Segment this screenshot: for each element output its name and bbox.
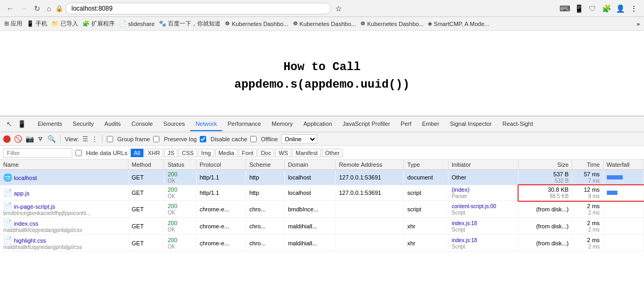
phone-icon[interactable]: 📱 bbox=[573, 3, 584, 14]
clear-icon[interactable]: 🚫 bbox=[14, 135, 22, 143]
offline-checkbox[interactable] bbox=[250, 136, 257, 142]
page-code-text: How to Call appdemo.s(appdemo.uuid()) bbox=[234, 58, 410, 93]
tab-network[interactable]: Network bbox=[190, 117, 222, 131]
user-icon[interactable]: 👤 bbox=[614, 3, 626, 14]
cell-initiator: (index)Parser bbox=[448, 185, 518, 201]
bookmark-baidu[interactable]: 🐾 百度一下，你就知道 bbox=[159, 20, 221, 28]
cell-time: 57 ms7 ms bbox=[572, 170, 604, 185]
hide-data-urls-checkbox[interactable] bbox=[75, 150, 82, 156]
tab-application[interactable]: Application bbox=[298, 117, 337, 131]
cell-status: 200OK bbox=[164, 235, 196, 252]
th-time[interactable]: Time bbox=[572, 160, 604, 170]
filter-all[interactable]: All bbox=[131, 149, 143, 157]
search-icon[interactable]: 🔍 bbox=[47, 135, 56, 143]
filter-manifest[interactable]: Manifest bbox=[292, 149, 321, 157]
back-button[interactable]: ← bbox=[4, 3, 16, 14]
preserve-log-checkbox[interactable] bbox=[153, 136, 159, 142]
filter-doc[interactable]: Doc bbox=[258, 149, 275, 157]
tab-js-profiler[interactable]: JavaScript Profiler bbox=[337, 117, 395, 131]
filter-other[interactable]: Other bbox=[322, 149, 343, 157]
network-toolbar: 🚫 📷 ⛛ 🔍 View: ☰ ⋮ Group frame Preserve l… bbox=[0, 132, 644, 146]
keyboard-icon[interactable]: ⌨ bbox=[559, 3, 571, 14]
th-waterfall[interactable]: Waterfall bbox=[603, 160, 643, 170]
group-frame-checkbox[interactable] bbox=[107, 136, 113, 142]
th-type[interactable]: Type bbox=[404, 160, 448, 170]
th-method[interactable]: Method bbox=[128, 160, 164, 170]
devtools-tabs-bar: ↖ 📱 Elements Security Audits Console Sou… bbox=[0, 116, 644, 132]
cell-scheme: http bbox=[246, 185, 285, 201]
list-view-icon[interactable]: ☰ bbox=[82, 135, 88, 143]
filter-js[interactable]: JS bbox=[164, 149, 177, 157]
online-select[interactable]: Online Offline Slow 3G Fast 3G bbox=[281, 134, 317, 144]
cursor-icon[interactable]: ↖ bbox=[4, 119, 14, 129]
bookmark-k8s-3[interactable]: ☸ Kubernetes Dashbo... bbox=[360, 20, 423, 27]
home-button[interactable]: ⌂ bbox=[45, 3, 53, 14]
th-protocol[interactable]: Protocol bbox=[196, 160, 246, 170]
bookmark-smartcmp[interactable]: ◈ SmartCMP, A Mode... bbox=[428, 20, 489, 27]
device-icon[interactable]: 📱 bbox=[15, 119, 28, 129]
filter-ws[interactable]: WS bbox=[275, 149, 291, 157]
shield-icon[interactable]: 🛡 bbox=[587, 3, 598, 14]
tab-audits[interactable]: Audits bbox=[99, 117, 126, 131]
tab-ember[interactable]: Ember bbox=[417, 117, 444, 131]
filter-font[interactable]: Font bbox=[239, 149, 257, 157]
tab-memory[interactable]: Memory bbox=[266, 117, 298, 131]
tab-elements[interactable]: Elements bbox=[32, 117, 67, 131]
cell-scheme: chro... bbox=[246, 218, 285, 235]
more-bookmarks-icon[interactable]: » bbox=[637, 21, 640, 27]
more-icon[interactable]: ⋮ bbox=[628, 3, 640, 14]
tab-security[interactable]: Security bbox=[67, 117, 99, 131]
tab-sources[interactable]: Sources bbox=[158, 117, 190, 131]
tab-perf[interactable]: Perf bbox=[395, 117, 417, 131]
tab-console[interactable]: Console bbox=[126, 117, 158, 131]
th-size[interactable]: Size bbox=[519, 160, 572, 170]
filter-img[interactable]: Img bbox=[198, 149, 214, 157]
forward-button[interactable]: → bbox=[18, 3, 30, 14]
reload-button[interactable]: ↻ bbox=[32, 3, 43, 14]
cell-protocol: http/1.1 bbox=[196, 170, 246, 185]
tab-react-sight[interactable]: React-Sight bbox=[497, 117, 538, 131]
bookmark-k8s-2[interactable]: ☸ Kubernetes Dashbo... bbox=[293, 20, 356, 27]
tab-performance[interactable]: Performance bbox=[222, 117, 266, 131]
th-remote-address[interactable]: Remote Address bbox=[335, 160, 404, 170]
table-row[interactable]: 📄 index.css maldihiallkfciipjnedanjjpnfa… bbox=[0, 218, 644, 235]
bookmark-star-icon[interactable]: ☆ bbox=[335, 4, 342, 13]
nav-icons: ⌨ 📱 🛡 🧩 👤 ⋮ bbox=[559, 3, 640, 14]
url-bar[interactable] bbox=[65, 3, 331, 14]
filter-input[interactable] bbox=[3, 148, 72, 158]
table-row[interactable]: 📄 in-page-script.js bmdbIncegkenkacieihf… bbox=[0, 201, 644, 218]
bookmark-slideshare[interactable]: 📄 slideshare bbox=[119, 20, 155, 27]
tree-view-icon[interactable]: ⋮ bbox=[91, 135, 98, 143]
tab-signal-inspector[interactable]: Signal Inspector bbox=[445, 117, 497, 131]
filter-css[interactable]: CSS bbox=[179, 149, 197, 157]
disable-cache-checkbox[interactable] bbox=[200, 136, 206, 142]
cell-waterfall bbox=[603, 170, 643, 185]
record-button[interactable] bbox=[3, 135, 11, 143]
table-row[interactable]: 📄 app.js GET 200OK http/1.1 http localho… bbox=[0, 185, 644, 201]
th-scheme[interactable]: Scheme bbox=[246, 160, 285, 170]
group-frame-label: Group frame bbox=[117, 136, 150, 142]
th-initiator[interactable]: Initiator bbox=[448, 160, 518, 170]
cell-status: 200OK bbox=[164, 170, 196, 185]
th-status[interactable]: Status bbox=[164, 160, 196, 170]
bookmark-imported[interactable]: 📁 已导入 bbox=[52, 20, 78, 28]
table-row[interactable]: 📄 highlight.css maldihiallkfciipjnedanjj… bbox=[0, 235, 644, 252]
cell-method: GET bbox=[128, 170, 164, 185]
bookmark-k8s-1[interactable]: ☸ Kubernetes Dashbo... bbox=[225, 20, 288, 27]
filter-xhr[interactable]: XHR bbox=[145, 149, 163, 157]
cell-method: GET bbox=[128, 201, 164, 218]
filter-icon[interactable]: ⛛ bbox=[37, 135, 44, 143]
filter-media[interactable]: Media bbox=[215, 149, 238, 157]
th-name[interactable]: Name bbox=[0, 160, 128, 170]
bookmark-phone[interactable]: 📱 手机 bbox=[27, 20, 47, 28]
camera-icon[interactable]: 📷 bbox=[26, 135, 34, 143]
bookmark-extensions[interactable]: 🧩 扩展程序 bbox=[82, 20, 115, 28]
cell-size: (from disk...) bbox=[519, 201, 572, 218]
cell-remote-address bbox=[335, 235, 404, 252]
table-row[interactable]: 🌐 localhost GET 200OK http/1.1 http loca… bbox=[0, 170, 644, 185]
extension-icon[interactable]: 🧩 bbox=[600, 3, 612, 14]
preserve-log-label: Preserve log bbox=[164, 136, 197, 142]
th-domain[interactable]: Domain bbox=[284, 160, 335, 170]
cell-scheme: chro... bbox=[246, 201, 285, 218]
bookmark-apps[interactable]: ⊞ 应用 bbox=[4, 20, 22, 28]
